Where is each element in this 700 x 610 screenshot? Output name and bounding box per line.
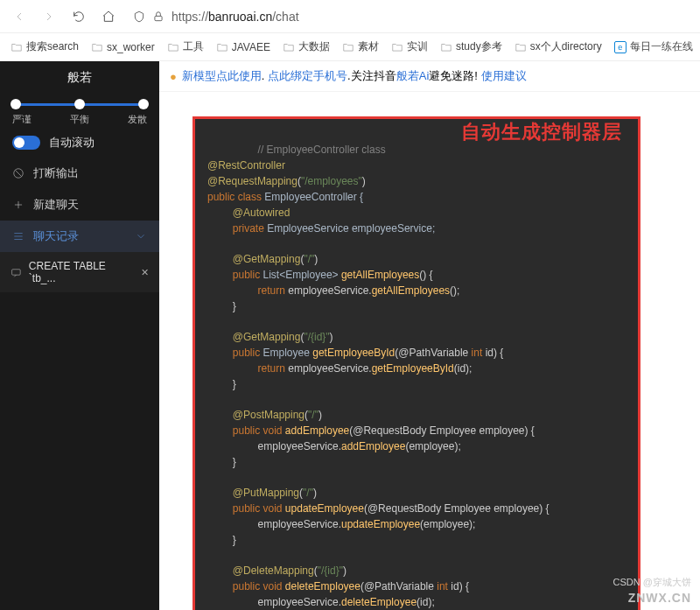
warning-icon: ● — [170, 70, 177, 83]
bookmark-item[interactable]: e每日一练在线 — [609, 37, 698, 57]
folder-icon — [391, 41, 403, 53]
url-text: https://banruoai.cn/chat — [172, 10, 299, 24]
sidebar: 般若 严谨平衡发散 自动滚动 打断输出新建聊天聊天记录 CREATE TABLE… — [0, 61, 159, 610]
autoscroll-label: 自动滚动 — [49, 135, 94, 151]
chevron-down-icon — [135, 230, 147, 242]
autoscroll-row: 自动滚动 — [0, 128, 159, 158]
edge-icon: e — [614, 41, 626, 53]
bookmark-item[interactable]: study参考 — [435, 37, 508, 57]
back-button[interactable] — [7, 4, 32, 29]
notice-bar: ● 新模型点此使用. 点此绑定手机号.关注抖音般若Ai避免迷路! 使用建议 — [159, 61, 700, 92]
forward-button[interactable] — [37, 4, 61, 29]
home-button[interactable] — [96, 4, 121, 29]
folder-icon — [167, 41, 179, 53]
bookmark-item[interactable]: JAVAEE — [211, 39, 276, 56]
bookmark-item[interactable]: sx_worker — [86, 39, 160, 56]
list-icon — [12, 230, 24, 242]
code-block: 自动生成控制器层// EmployeeController class @Res… — [192, 116, 640, 610]
svg-rect-0 — [155, 16, 162, 20]
sidebar-item[interactable]: 打断输出 — [0, 158, 159, 189]
bookmark-item[interactable]: 大数据 — [277, 37, 335, 57]
sidebar-item[interactable]: 聊天记录 — [0, 221, 159, 252]
address-bar[interactable]: https://banruoai.cn/chat — [126, 10, 693, 24]
folder-icon — [91, 41, 103, 53]
reload-button[interactable] — [66, 4, 91, 29]
notice-link-1[interactable]: 新模型点此使用 — [182, 69, 262, 82]
sidebar-item[interactable]: 新建聊天 — [0, 189, 159, 221]
watermark: ZNWX.CN — [628, 591, 691, 605]
notice-link-2[interactable]: 点此绑定手机号 — [268, 69, 347, 82]
bookmark-item[interactable]: 实训 — [386, 37, 433, 57]
bookmark-item[interactable]: 素材 — [337, 37, 384, 57]
bookmark-item[interactable]: 工具 — [162, 37, 209, 57]
chat-item-label: CREATE TABLE `tb_... — [29, 260, 134, 284]
code-caption: 自动生成控制器层 — [461, 124, 622, 139]
folder-icon — [342, 41, 354, 53]
bookmark-item[interactable]: 搜索search — [5, 37, 84, 57]
svg-rect-2 — [12, 269, 21, 274]
temperature-slider[interactable]: 严谨平衡发散 — [0, 91, 159, 128]
notice-link-3[interactable]: 般若Ai — [396, 69, 430, 82]
close-icon[interactable]: ✕ — [141, 267, 149, 278]
csdn-watermark: CSDN @穿城大饼 — [613, 576, 691, 589]
chat-history-item[interactable]: CREATE TABLE `tb_... ✕ — [0, 252, 159, 292]
browser-toolbar: https://banruoai.cn/chat — [0, 0, 700, 33]
plus-icon — [12, 199, 24, 211]
app-title: 般若 — [0, 61, 159, 91]
message-icon — [10, 267, 22, 278]
folder-icon — [216, 41, 228, 53]
ban-icon — [12, 167, 24, 179]
shield-icon — [133, 11, 145, 23]
lock-icon — [152, 11, 164, 23]
folder-icon — [283, 41, 295, 53]
autoscroll-toggle[interactable] — [12, 136, 40, 150]
content-area: ● 新模型点此使用. 点此绑定手机号.关注抖音般若Ai避免迷路! 使用建议 自动… — [159, 61, 700, 610]
folder-icon — [10, 41, 23, 53]
notice-link-4[interactable]: 使用建议 — [481, 69, 527, 82]
folder-icon — [514, 41, 527, 53]
folder-icon — [440, 41, 452, 53]
bookmarks-bar: 搜索searchsx_worker工具JAVAEE大数据素材实训study参考s… — [0, 33, 700, 61]
bookmark-item[interactable]: sx个人directory — [509, 37, 607, 57]
